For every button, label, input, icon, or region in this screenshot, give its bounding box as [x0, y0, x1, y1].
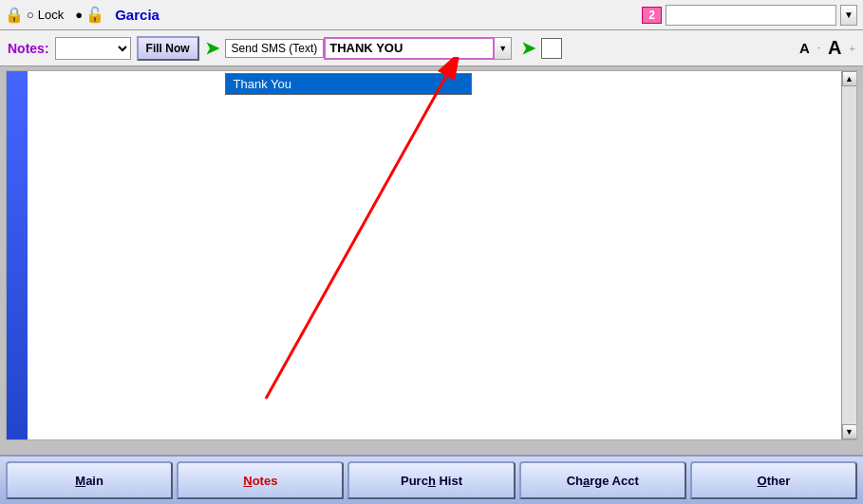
font-increase-indicator: + — [850, 43, 855, 54]
fill-now-button[interactable]: Fill Now — [137, 36, 199, 61]
tab-purch-hist-label: Purch Hist — [401, 474, 462, 488]
tab-other-label: Other — [758, 474, 791, 488]
scroll-track[interactable] — [842, 86, 856, 424]
top-search-input[interactable] — [666, 5, 836, 26]
sms-dropdown-button[interactable]: ▼ — [495, 37, 512, 60]
main-content-area: ▲ ▼ — [6, 70, 857, 440]
closed-lock-icon: 🔒 — [6, 7, 23, 24]
font-decrease-indicator: - — [817, 42, 820, 52]
sms-button-label[interactable]: Send SMS (Text) — [225, 39, 325, 58]
right-scrollbar[interactable]: ▲ ▼ — [841, 71, 856, 439]
tab-charge-acct-label: Charge Acct — [567, 474, 639, 488]
lock-label: Lock — [38, 8, 64, 22]
font-increase-button[interactable]: A — [828, 37, 841, 59]
patient-name: Garcia — [115, 7, 159, 23]
top-bar: 🔒 ○ Lock ● 🔓 Garcia 2 ▼ — [0, 0, 863, 30]
tab-charge-acct[interactable]: Charge Acct — [519, 461, 686, 499]
tab-main[interactable]: Main — [6, 461, 173, 499]
fill-now-arrow-icon: ➤ — [205, 38, 219, 59]
lock-section: 🔒 ○ Lock ● 🔓 — [6, 7, 103, 24]
sms-text-input[interactable] — [324, 37, 495, 60]
scroll-up-arrow[interactable]: ▲ — [842, 71, 857, 86]
tab-purch-hist[interactable]: Purch Hist — [347, 461, 515, 499]
tab-notes-label: Notes — [243, 474, 277, 488]
tab-other[interactable]: Other — [690, 461, 857, 499]
tab-main-label: Main — [75, 474, 103, 488]
notes-label: Notes: — [8, 41, 49, 56]
toolbar-row: Notes: Fill Now ➤ Send SMS (Text) ▼ Than… — [0, 30, 863, 66]
suggestion-item[interactable]: Thank You — [226, 74, 471, 94]
scroll-down-button[interactable]: ▼ — [840, 5, 857, 26]
font-decrease-button[interactable]: A — [799, 40, 810, 56]
radio-selected[interactable]: ● — [75, 8, 83, 22]
left-decoration — [7, 71, 28, 439]
square-icon[interactable] — [541, 38, 562, 59]
bottom-tabs: Main Notes Purch Hist Charge Acct Other — [0, 455, 863, 504]
tab-notes[interactable]: Notes — [177, 461, 344, 499]
badge-count: 2 — [642, 7, 662, 24]
suggestion-dropdown: Thank You — [225, 73, 472, 95]
notes-type-dropdown[interactable] — [55, 37, 131, 60]
notes-textarea[interactable] — [28, 71, 841, 439]
scroll-down-arrow[interactable]: ▼ — [842, 424, 857, 439]
radio-unselected[interactable]: ○ — [27, 8, 34, 22]
sms-input-wrapper: ▼ — [324, 37, 512, 60]
sms-send-arrow-icon: ➤ — [521, 38, 535, 59]
open-lock-icon: 🔓 — [86, 7, 103, 24]
font-controls: A - A + — [799, 37, 855, 59]
